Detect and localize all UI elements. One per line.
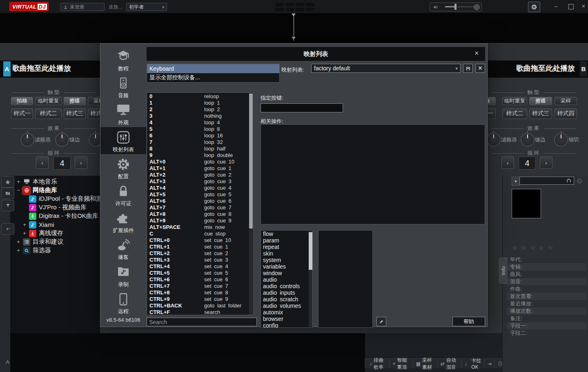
category-item[interactable]: flow bbox=[261, 231, 312, 237]
expander-icon[interactable]: + bbox=[16, 239, 20, 245]
deck-mini-rect[interactable] bbox=[285, 3, 294, 7]
tree-item-1[interactable]: +本地音乐 bbox=[10, 177, 106, 186]
deck-mini-rect[interactable] bbox=[306, 8, 314, 11]
tree-item-2[interactable]: −网络曲库 bbox=[10, 186, 106, 195]
star-icon[interactable]: ★ bbox=[546, 243, 554, 253]
expander-icon[interactable]: − bbox=[16, 187, 20, 193]
deck-b-style-3[interactable]: 样式三 bbox=[529, 108, 552, 119]
expander-icon[interactable]: + bbox=[16, 247, 20, 253]
prelisten-play-button[interactable] bbox=[512, 177, 520, 186]
tree-item-5[interactable]: Digitrax - 卡拉OK曲库 bbox=[10, 212, 112, 220]
settings-nav-录制[interactable]: 录制 bbox=[100, 262, 146, 289]
category-item[interactable]: audio inputs bbox=[261, 289, 312, 296]
mapping-row[interactable]: ALT+0goto cue 10 bbox=[147, 158, 253, 165]
category-scroll-thumb[interactable] bbox=[309, 232, 312, 270]
category-scrollbar[interactable] bbox=[309, 231, 312, 327]
deck-mini-rect[interactable] bbox=[275, 8, 284, 11]
mapping-row[interactable]: 5loop 8 bbox=[147, 125, 253, 132]
category-item[interactable]: system bbox=[261, 257, 312, 263]
category-item[interactable]: variables bbox=[261, 263, 312, 270]
settings-nav-远程[interactable]: 远程 bbox=[100, 289, 146, 316]
sideview-tab-采样素材[interactable]: ▦采样素材 bbox=[413, 360, 438, 368]
assign-key-input[interactable] bbox=[261, 103, 343, 112]
help-button[interactable]: 帮助 bbox=[452, 317, 485, 326]
deck-a-pad-beatgrid[interactable]: 拍格 bbox=[11, 97, 33, 105]
key-list-scrollbar[interactable] bbox=[249, 93, 253, 315]
sideview-tab-排曲歌单[interactable]: ♪排曲歌单 bbox=[367, 360, 390, 368]
settings-nav-扩展插件[interactable]: 扩展插件 bbox=[100, 208, 146, 235]
tree-item-8[interactable]: +目录和建议 bbox=[10, 238, 106, 246]
mapping-row[interactable]: CTRL+3set cue 3 bbox=[147, 256, 253, 263]
category-item[interactable]: audio bbox=[261, 276, 312, 283]
mapping-row[interactable]: 8loop half bbox=[147, 145, 253, 152]
sideview-tab-自动混音[interactable]: ⇄自动混音 bbox=[438, 360, 462, 368]
prelisten-progress[interactable] bbox=[519, 177, 574, 185]
deck-a-style-4[interactable]: 样式四 bbox=[88, 108, 100, 119]
minimize-button[interactable]: – bbox=[552, 2, 560, 9]
deck-b-loop-half-button[interactable]: ‹ bbox=[501, 157, 514, 169]
tree-item-4[interactable]: VJ'Pro - 视频曲库 bbox=[10, 203, 112, 212]
deck-a-knob-filter[interactable] bbox=[20, 133, 34, 147]
settings-nav-映射列表[interactable]: 映射列表 bbox=[100, 127, 146, 154]
mapping-row[interactable]: ALT+8goto cue 8 bbox=[147, 211, 253, 217]
deck-mini-rect[interactable] bbox=[306, 3, 314, 7]
expander-icon[interactable]: + bbox=[22, 222, 27, 228]
key-list-scroll-thumb[interactable] bbox=[249, 94, 253, 229]
record-indicator[interactable] bbox=[498, 361, 502, 366]
tree-item-7[interactable]: +离线缓存 bbox=[10, 229, 112, 238]
deck-a-pad-scratch[interactable]: 擦碟 bbox=[64, 97, 86, 105]
star-icon[interactable]: ★ bbox=[537, 243, 545, 253]
device-item-show-all[interactable]: 显示全部控制设备... bbox=[147, 73, 279, 82]
action-editor[interactable] bbox=[261, 124, 485, 224]
category-item[interactable]: skin bbox=[261, 250, 312, 257]
settings-nav-配置[interactable]: 配置 bbox=[100, 154, 146, 181]
search-input[interactable] bbox=[147, 318, 257, 326]
star-icon[interactable]: ★ bbox=[529, 243, 537, 253]
edit-action-button[interactable] bbox=[376, 317, 386, 326]
expander-icon[interactable]: + bbox=[22, 230, 27, 236]
deck-b-style-4[interactable]: 样式四 bbox=[555, 108, 577, 119]
mapping-row[interactable]: CTRL+4set cue 4 bbox=[147, 263, 253, 269]
deck-a-pad-temploop[interactable]: 临时重复 bbox=[35, 97, 62, 105]
mapping-row[interactable]: 4loop 4 bbox=[147, 119, 253, 125]
category-item[interactable]: automix bbox=[261, 309, 312, 316]
add-folder-button[interactable] bbox=[1, 188, 14, 199]
deck-b-pad-scratch[interactable]: 擦碟 bbox=[529, 97, 552, 105]
mapping-row[interactable]: CTRL+9set cue 9 bbox=[147, 296, 253, 302]
deck-a-loop-double-button[interactable]: › bbox=[75, 157, 87, 169]
settings-button[interactable] bbox=[528, 2, 540, 12]
mapping-row[interactable]: CTRL+BACKgoto last folder bbox=[147, 302, 253, 309]
sideview-tab-智能重混[interactable]: ×智能重混 bbox=[390, 360, 413, 368]
mapping-row[interactable]: CTRL+7set cue 7 bbox=[147, 282, 253, 289]
deck-b-style-1[interactable]: 样式一 bbox=[488, 108, 496, 119]
mapping-row[interactable]: CTRL+6set cue 6 bbox=[147, 276, 253, 282]
dialog-close-icon[interactable]: × bbox=[474, 49, 479, 57]
tree-item-3[interactable]: iDJPool - 专业音频和混音 bbox=[10, 195, 112, 203]
star-icon[interactable]: ★ bbox=[520, 243, 528, 253]
tree-item-9[interactable]: +筛选器 bbox=[10, 246, 106, 255]
mapping-row[interactable]: 6loop 16 bbox=[147, 132, 253, 139]
prelisten-option-button[interactable] bbox=[577, 179, 582, 184]
star-icon[interactable]: ★ bbox=[511, 243, 519, 253]
skin-select[interactable]: 初学者 ▾ bbox=[126, 3, 167, 11]
category-item[interactable]: audio scratch bbox=[261, 296, 312, 303]
mapping-row[interactable]: CTRL+2set cue 2 bbox=[147, 250, 253, 256]
mapping-row[interactable]: 0reloop bbox=[147, 93, 253, 99]
deck-a-loop-half-button[interactable]: ‹ bbox=[36, 157, 49, 169]
deck-b-loop-double-button[interactable]: › bbox=[540, 157, 552, 169]
sideview-tab-卡拉OK[interactable]: ♩卡拉OK bbox=[462, 360, 485, 368]
mapping-row[interactable]: 9loop double bbox=[147, 152, 253, 158]
mapping-row[interactable]: 2loop 2 bbox=[147, 106, 253, 112]
mapping-row[interactable]: CTRL+8set cue 8 bbox=[147, 289, 253, 296]
mapping-row[interactable]: 1loop 1 bbox=[147, 99, 253, 106]
mapping-row[interactable]: CTRL+Fsearch bbox=[147, 309, 253, 315]
deck-mini-rect[interactable] bbox=[285, 8, 294, 11]
category-item[interactable]: repeat bbox=[261, 244, 312, 250]
maximize-button[interactable] bbox=[567, 4, 575, 11]
mapping-row[interactable]: ALT+SPACEmix now bbox=[147, 224, 253, 230]
deck-mini-rect[interactable] bbox=[296, 8, 304, 11]
mapping-row[interactable]: 3nothing bbox=[147, 112, 253, 119]
mapping-row[interactable]: CTRL+0set cue 10 bbox=[147, 237, 253, 243]
mapping-row[interactable]: ALT+3goto cue 3 bbox=[147, 178, 253, 184]
close-button[interactable]: × bbox=[579, 2, 588, 9]
